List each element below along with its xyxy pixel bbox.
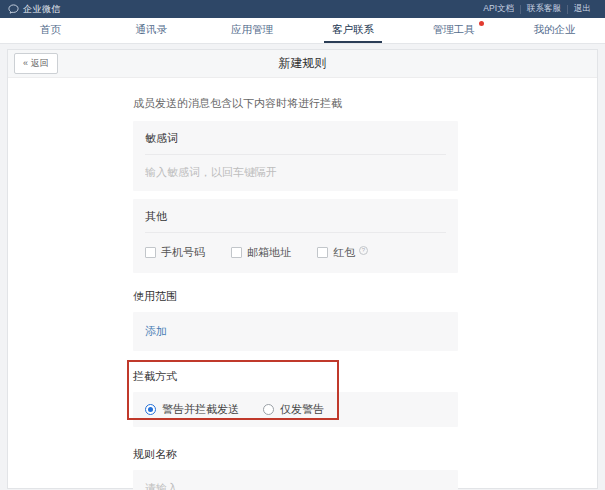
other-label: 其他	[145, 209, 446, 224]
checkbox-red-packet[interactable]: 红包 ?	[317, 245, 368, 260]
radio-selected-icon	[145, 404, 156, 415]
rule-name-input[interactable]	[145, 482, 446, 490]
intercept-panel: 警告并拦截发送 仅发警告	[133, 392, 458, 427]
rule-name-label: 规则名称	[133, 447, 597, 462]
divider	[145, 232, 446, 233]
main-nav: 首页 通讯录 应用管理 客户联系 管理工具 我的企业	[0, 18, 605, 44]
tab-contacts[interactable]: 通讯录	[101, 18, 202, 43]
brand-name: 企业微信	[23, 3, 61, 16]
tab-management-tools[interactable]: 管理工具	[403, 18, 504, 43]
notification-dot	[479, 21, 484, 26]
page-title: 新建规则	[8, 55, 597, 72]
intercept-section: 拦截方式 警告并拦截发送 仅发警告	[133, 369, 458, 427]
info-icon[interactable]: ?	[359, 246, 368, 255]
tab-my-company[interactable]: 我的企业	[504, 18, 605, 43]
scope-label: 使用范围	[133, 289, 597, 304]
contact-support-link[interactable]: 联系客服	[521, 3, 567, 15]
tab-app-management[interactable]: 应用管理	[202, 18, 303, 43]
checkbox-phone-number[interactable]: 手机号码	[145, 245, 205, 260]
brand-logo[interactable]: 企业微信	[8, 3, 61, 16]
tab-home[interactable]: 首页	[0, 18, 101, 43]
form-intro-text: 成员发送的消息包含以下内容时将进行拦截	[133, 96, 597, 111]
radio-warn-and-block[interactable]: 警告并拦截发送	[145, 402, 239, 417]
logout-link[interactable]: 退出	[568, 3, 597, 15]
checkbox-icon	[317, 247, 328, 258]
sensitive-words-input[interactable]	[145, 166, 446, 178]
add-scope-link[interactable]: 添加	[145, 325, 167, 337]
topbar: 企业微信 API文档 联系客服 退出	[0, 0, 605, 18]
checkbox-email-address[interactable]: 邮箱地址	[231, 245, 291, 260]
checkbox-row: 手机号码 邮箱地址 红包 ?	[145, 245, 446, 260]
chat-bubble-icon	[8, 4, 19, 15]
sensitive-words-label: 敏感词	[145, 131, 446, 146]
rule-form: 成员发送的消息包含以下内容时将进行拦截 敏感词 其他 手机号码 邮箱地址	[8, 78, 597, 490]
other-panel: 其他 手机号码 邮箱地址 红包 ?	[133, 199, 458, 273]
divider	[145, 154, 446, 155]
rule-name-panel	[133, 470, 458, 490]
intercept-label: 拦截方式	[133, 369, 458, 384]
content-panel: « 返回 新建规则 成员发送的消息包含以下内容时将进行拦截 敏感词 其他 手机号…	[7, 49, 598, 489]
api-docs-link[interactable]: API文档	[477, 3, 520, 15]
checkbox-icon	[231, 247, 242, 258]
radio-warn-only[interactable]: 仅发警告	[263, 402, 324, 417]
scope-panel: 添加	[133, 312, 458, 351]
radio-unselected-icon	[263, 404, 274, 415]
content-header: « 返回 新建规则	[8, 50, 597, 78]
tab-customer-contact[interactable]: 客户联系	[302, 18, 403, 43]
sensitive-words-panel: 敏感词	[133, 121, 458, 191]
checkbox-icon	[145, 247, 156, 258]
topbar-links: API文档 联系客服 退出	[477, 3, 597, 15]
